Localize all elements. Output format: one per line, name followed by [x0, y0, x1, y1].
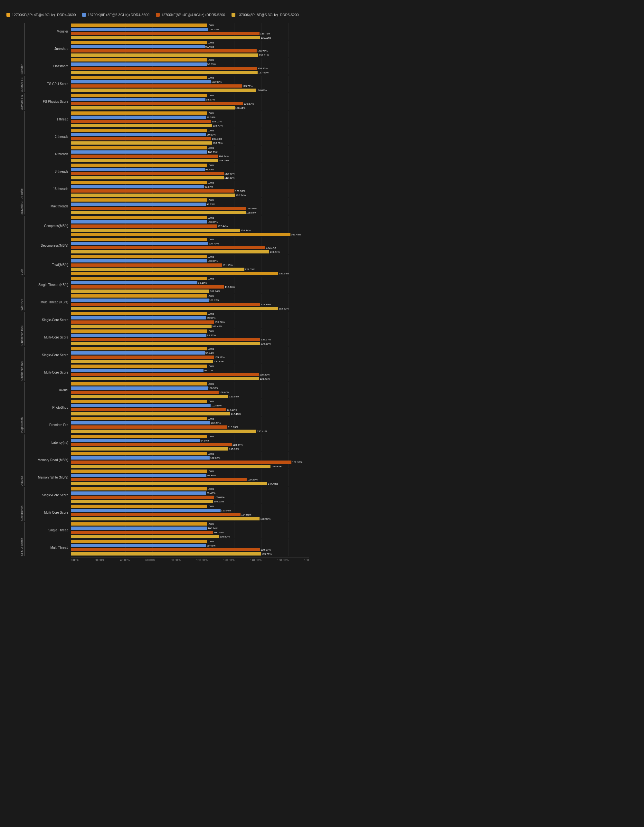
bar-label-10-0-0: 100% — [207, 488, 214, 490]
bar-label-11-0-1: 100.24% — [208, 527, 218, 530]
bar-label-3-5-3: 128.54% — [246, 211, 257, 214]
bar-fill-0-0-3 — [71, 36, 260, 39]
bar-row-9-2-1: 99.80% — [71, 473, 309, 477]
bar-label-10-0-3: 104.63% — [214, 500, 224, 503]
bar-fill-0-1-0 — [71, 41, 207, 44]
chart-container: BlenderMonster100%100.70%138.75%139.22%J… — [6, 23, 303, 562]
bench-name-8-0: Davinci — [29, 389, 68, 392]
bar-fill-1-0-0 — [71, 76, 207, 79]
bar-row-3-1-1: 99.57% — [71, 133, 309, 137]
bar-fill-11-0-3 — [71, 535, 219, 538]
bench-group-3-0: 1 thread100%99.33%103.07%103.77% — [71, 111, 303, 128]
bar-label-4-0-4: 161.48% — [291, 233, 301, 236]
bar-label-2-0-2: 126.57% — [243, 102, 254, 105]
bar-fill-6-0-1 — [71, 316, 206, 320]
section-label-11: CPU-Z Bench — [20, 522, 25, 556]
bar-label-11-0-3: 108.90% — [220, 535, 230, 538]
bar-label-10-1-2: 124.85% — [241, 513, 251, 516]
bench-group-6-0: Single-Core Score100%99.53%105.26%103.42… — [71, 312, 303, 328]
bar-fill-4-0-2 — [71, 225, 217, 228]
section-label-10: GeekBench — [20, 487, 25, 521]
bar-fill-10-0-0 — [71, 487, 207, 490]
bar-row-3-0-1: 99.33% — [71, 115, 309, 119]
bar-label-8-0-3: 115.92% — [229, 395, 239, 398]
bar-label-9-2-1: 99.80% — [207, 474, 216, 477]
bar-fill-4-2-3 — [71, 268, 245, 271]
bar-fill-7-0-2 — [71, 356, 214, 359]
bar-row-9-1-2: 162.32% — [71, 460, 309, 464]
x-axis-label: 40.00% — [120, 559, 130, 562]
bar-label-4-1-3: 145.74% — [270, 251, 280, 253]
bar-row-7-1-2: 138.23% — [71, 373, 309, 376]
bar-label-3-2-2: 108.24% — [218, 155, 229, 158]
bar-label-6-0-2: 105.26% — [214, 321, 225, 324]
bar-row-3-5-3: 128.54% — [71, 211, 309, 214]
bar-label-10-1-0: 100% — [207, 505, 214, 508]
bar-label-9-2-2: 129.37% — [247, 478, 257, 481]
bar-row-11-0-0: 100% — [71, 522, 309, 526]
bar-fill-10-0-1 — [71, 492, 206, 495]
bar-row-4-0-1: 100.00% — [71, 220, 309, 224]
bench-name-8-1: PhotoShop — [29, 406, 68, 410]
bar-row-5-1-3: 152.32% — [71, 307, 309, 311]
bar-label-4-2-0: 100% — [207, 255, 214, 258]
bar-fill-4-1-0 — [71, 238, 207, 241]
x-axis-label: 0.00% — [71, 559, 79, 562]
bar-label-4-2-3: 127.55% — [245, 268, 255, 271]
bar-row-10-0-1: 99.42% — [71, 491, 309, 495]
bar-fill-4-2-4 — [71, 272, 278, 275]
bar-row-0-2-1: 99.83% — [71, 62, 309, 66]
section-9: AIDA64Latency(ns)100%94.97%118.44%115.93… — [29, 434, 303, 486]
bar-fill-1-0-3 — [71, 89, 256, 92]
bench-name-9-2: Memory Write (MB/s) — [29, 476, 68, 479]
bar-fill-6-1-0 — [71, 329, 207, 333]
bar-row-9-1-3: 146.95% — [71, 464, 309, 468]
bar-label-6-1-3: 139.10% — [260, 342, 271, 345]
bar-fill-7-0-1 — [71, 351, 205, 354]
bar-row-0-1-2: 136.74% — [71, 49, 309, 53]
bar-row-6-0-1: 99.53% — [71, 316, 309, 320]
bench-name-2-0: FS Physics Score — [29, 100, 68, 104]
bar-row-5-0-2: 112.76% — [71, 285, 309, 289]
bar-row-9-1-1: 102.00% — [71, 456, 309, 460]
bar-row-0-0-1: 100.70% — [71, 27, 309, 31]
bench-group-3-4: 16 threads100%97.87%120.33%120.74% — [71, 181, 303, 197]
bench-group-10-1: Multi-Core Score100%110.04%124.85%138.90… — [71, 504, 303, 521]
section-label-9: AIDA64 — [20, 434, 25, 486]
bar-fill-5-1-3 — [71, 307, 278, 310]
bench-group-6-1: Multi-Core Score100%99.72%139.37%139.10% — [71, 329, 303, 346]
bar-row-5-0-3: 101.84% — [71, 289, 309, 293]
bench-name-3-3: 8 threads — [29, 170, 68, 173]
section-11: CPU-Z BenchSingle Thread100%100.24%104.7… — [29, 522, 303, 556]
bar-label-3-1-0: 100% — [207, 129, 214, 132]
bar-fill-0-1-1 — [71, 45, 205, 48]
bench-name-3-5: Max threads — [29, 204, 68, 208]
bar-label-2-0-1: 98.97% — [206, 98, 215, 101]
bar-row-0-2-3: 137.45% — [71, 70, 309, 74]
bar-row-6-1-2: 139.37% — [71, 337, 309, 341]
bar-label-11-0-0: 100% — [207, 523, 214, 526]
bar-row-4-2-3: 127.55% — [71, 267, 309, 271]
bench-name-3-2: 4 threads — [29, 152, 68, 156]
bar-row-2-0-1: 98.97% — [71, 98, 309, 101]
bar-label-4-2-4: 152.64% — [279, 272, 289, 275]
bar-label-3-1-1: 99.57% — [207, 133, 215, 136]
bar-fill-3-5-0 — [71, 198, 207, 201]
bar-label-8-1-2: 114.10% — [227, 408, 237, 411]
section-10: GeekBenchSingle-Core Score100%99.42%105.… — [29, 487, 303, 521]
bar-row-7-0-0: 100% — [71, 347, 309, 351]
bar-label-6-0-0: 100% — [207, 312, 214, 315]
bar-label-0-0-0: 100% — [207, 24, 214, 27]
bar-fill-8-1-3 — [71, 412, 230, 415]
bar-fill-7-1-1 — [71, 369, 204, 372]
bench-name-11-0: Single Thread — [29, 529, 68, 532]
bar-row-1-0-0: 100% — [71, 76, 309, 80]
bar-row-4-2-2: 111.13% — [71, 263, 309, 267]
bar-label-11-1-1: 99.45% — [207, 544, 215, 547]
bar-row-6-1-3: 139.10% — [71, 342, 309, 346]
bar-label-8-2-0: 100% — [207, 417, 214, 420]
bar-row-10-1-3: 138.90% — [71, 517, 309, 521]
bar-row-6-0-2: 105.26% — [71, 320, 309, 324]
bar-label-6-1-1: 99.72% — [207, 334, 216, 337]
bar-row-5-1-2: 139.19% — [71, 303, 309, 306]
